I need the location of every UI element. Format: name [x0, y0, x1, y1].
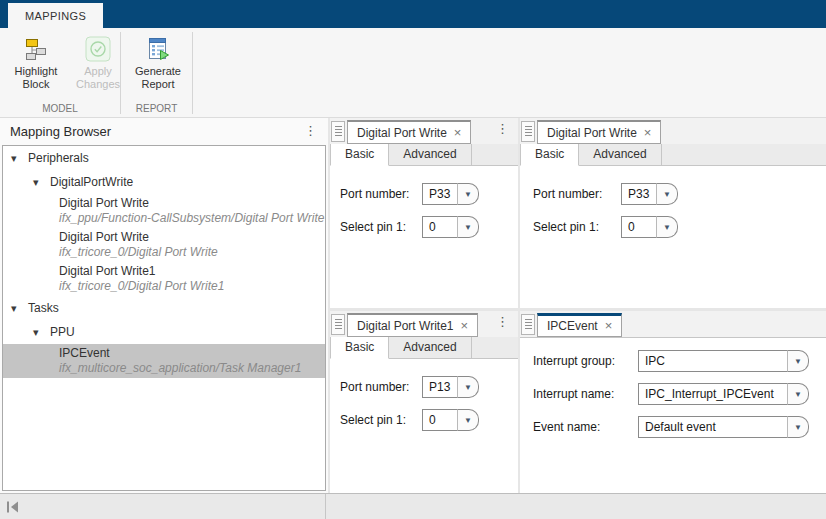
dropdown-value: 0 — [422, 216, 458, 238]
tab-label: Digital Port Write — [547, 126, 637, 140]
tab-advanced[interactable]: Advanced — [579, 144, 661, 165]
dropdown-arrow-icon[interactable]: ▼ — [457, 376, 479, 398]
grip-icon[interactable] — [521, 121, 535, 142]
tab-digital-port-write[interactable]: Digital Port Write × — [347, 120, 471, 144]
panel-body: Port number: P33 ▼ Select pin 1: 0 ▼ — [520, 166, 826, 308]
expander-icon[interactable]: ▾ — [11, 303, 24, 313]
tree-item-label: PPU — [50, 325, 75, 339]
tree-item-digital-port-write-tricore[interactable]: Digital Port Write ifx_tricore_0/Digital… — [3, 228, 325, 262]
interrupt-group-label: Interrupt group: — [533, 354, 638, 368]
port-number-label: Port number: — [340, 380, 422, 394]
select-pin-label: Select pin 1: — [340, 220, 422, 234]
panel-digital-port-write-mid: Digital Port Write × ⋮ Basic Advanced Po… — [330, 118, 518, 308]
dropdown-arrow-icon[interactable]: ▼ — [656, 183, 678, 205]
tab-label: Digital Port Write — [357, 126, 447, 140]
expander-icon[interactable]: ▾ — [33, 327, 46, 337]
panel-digital-port-write-right: Digital Port Write × Basic Advanced Port… — [520, 118, 826, 308]
dropdown-arrow-icon[interactable]: ▼ — [656, 216, 678, 238]
expander-icon[interactable]: ▾ — [11, 153, 24, 163]
subtab-bar: Basic Advanced — [330, 144, 518, 166]
select-pin-dropdown[interactable]: 0 ▼ — [422, 216, 479, 238]
dropdown-value: 0 — [422, 409, 458, 431]
interrupt-group-dropdown[interactable]: IPC ▼ — [638, 350, 809, 372]
expander-icon[interactable]: ▾ — [33, 177, 46, 187]
generate-report-label: Generate Report — [126, 65, 190, 91]
port-number-field: Port number: P33 ▼ — [530, 183, 826, 205]
status-bar-divider — [325, 494, 326, 519]
grip-lines — [335, 126, 342, 137]
port-number-label: Port number: — [533, 187, 621, 201]
tab-basic[interactable]: Basic — [520, 144, 579, 166]
select-pin-field: Select pin 1: 0 ▼ — [530, 216, 826, 238]
tree-item-path: ifx_tricore_0/Digital Port Write1 — [59, 279, 325, 293]
port-number-dropdown[interactable]: P33 ▼ — [621, 183, 678, 205]
select-pin-dropdown[interactable]: 0 ▼ — [422, 409, 479, 431]
apply-changes-label: Apply Changes — [68, 65, 128, 91]
highlight-block-icon — [23, 36, 49, 62]
dropdown-arrow-icon[interactable]: ▼ — [787, 350, 809, 372]
interrupt-name-field: Interrupt name: IPC_Interrupt_IPCEvent ▼ — [530, 383, 826, 405]
generate-report-button[interactable]: Generate Report — [126, 34, 190, 106]
tree-item-digitalportwrite[interactable]: ▾ DigitalPortWrite — [3, 170, 325, 194]
highlight-block-button[interactable]: Highlight Block — [6, 34, 66, 106]
status-bar — [0, 493, 826, 519]
dropdown-arrow-icon[interactable]: ▼ — [787, 383, 809, 405]
subtab-bar: Basic Advanced — [520, 144, 826, 166]
grip-icon[interactable] — [331, 121, 345, 142]
tab-advanced[interactable]: Advanced — [389, 144, 471, 165]
dropdown-arrow-icon[interactable]: ▼ — [787, 416, 809, 438]
kebab-menu-icon[interactable]: ⋮ — [496, 121, 518, 141]
tab-ipcevent[interactable]: IPCEvent × — [537, 313, 622, 337]
dropdown-arrow-icon[interactable]: ▼ — [457, 183, 479, 205]
generate-report-icon — [145, 36, 171, 62]
port-number-field: Port number: P33 ▼ — [340, 183, 518, 205]
tree-item-peripherals[interactable]: ▾ Peripherals — [3, 146, 325, 170]
tree-item-digital-port-write-ppu[interactable]: Digital Port Write ifx_ppu/Function-Call… — [3, 194, 325, 228]
tree-item-path: ifx_ppu/Function-CallSubsystem/Digital P… — [59, 211, 325, 225]
close-icon[interactable]: × — [454, 127, 462, 139]
kebab-menu-icon[interactable]: ⋮ — [496, 314, 518, 334]
collapse-panel-icon[interactable] — [6, 501, 20, 513]
grip-icon[interactable] — [331, 314, 345, 335]
tab-advanced[interactable]: Advanced — [389, 337, 471, 358]
event-name-dropdown[interactable]: Default event ▼ — [638, 416, 809, 438]
tree-item-ppu[interactable]: ▾ PPU — [3, 320, 325, 344]
grip-icon[interactable] — [521, 314, 535, 335]
highlight-block-label: Highlight Block — [6, 65, 66, 91]
tab-digital-port-write1[interactable]: Digital Port Write1 × — [347, 313, 478, 337]
select-pin-dropdown[interactable]: 0 ▼ — [621, 216, 678, 238]
port-number-dropdown[interactable]: P33 ▼ — [422, 183, 479, 205]
tab-label: Digital Port Write1 — [357, 319, 453, 333]
apply-changes-icon — [85, 36, 111, 62]
kebab-menu-icon[interactable]: ⋮ — [304, 123, 317, 138]
dropdown-value: P13 — [422, 376, 458, 398]
panel-body: Port number: P13 ▼ Select pin 1: 0 ▼ — [330, 359, 518, 493]
tab-mappings[interactable]: MAPPINGS — [8, 3, 103, 28]
close-icon[interactable]: × — [460, 320, 468, 332]
port-number-dropdown[interactable]: P13 ▼ — [422, 376, 479, 398]
tree-item-label: Digital Port Write — [59, 230, 325, 245]
interrupt-group-field: Interrupt group: IPC ▼ — [530, 350, 826, 372]
interrupt-name-dropdown[interactable]: IPC_Interrupt_IPCEvent ▼ — [638, 383, 809, 405]
tree-item-path: ifx_tricore_0/Digital Port Write — [59, 245, 325, 259]
dropdown-value: IPC_Interrupt_IPCEvent — [638, 383, 788, 405]
tree-item-label: Tasks — [28, 301, 59, 315]
grip-lines — [525, 126, 532, 137]
tree-item-digital-port-write1[interactable]: Digital Port Write1 ifx_tricore_0/Digita… — [3, 262, 325, 296]
toolbar-separator — [192, 32, 193, 114]
close-icon[interactable]: × — [605, 320, 613, 332]
panel-tabbar: Digital Port Write1 × ⋮ — [330, 311, 518, 337]
panel-body: Interrupt group: IPC ▼ Interrupt name: I… — [520, 337, 826, 493]
close-icon[interactable]: × — [644, 127, 652, 139]
tab-basic[interactable]: Basic — [330, 337, 389, 359]
tree-item-tasks[interactable]: ▾ Tasks — [3, 296, 325, 320]
tab-basic[interactable]: Basic — [330, 144, 389, 166]
tab-digital-port-write[interactable]: Digital Port Write × — [537, 120, 661, 144]
dropdown-arrow-icon[interactable]: ▼ — [457, 409, 479, 431]
tree-item-ipcevent[interactable]: IPCEvent ifx_multicore_soc_application/T… — [3, 344, 325, 378]
mapping-browser-header: Mapping Browser ⋮ — [0, 118, 328, 145]
apply-changes-button[interactable]: Apply Changes — [68, 34, 128, 106]
model-group-label: MODEL — [0, 103, 120, 114]
dropdown-arrow-icon[interactable]: ▼ — [457, 216, 479, 238]
panel-digital-port-write1: Digital Port Write1 × ⋮ Basic Advanced P… — [330, 311, 518, 493]
